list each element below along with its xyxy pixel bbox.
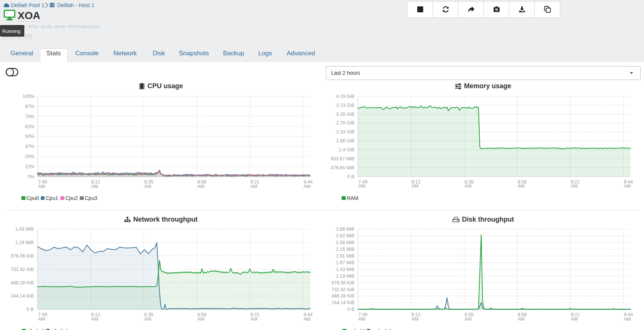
- svg-text:0 B: 0 B: [347, 307, 354, 312]
- svg-text:488.28 KiB: 488.28 KiB: [11, 280, 34, 286]
- svg-text:AM: AM: [464, 183, 471, 189]
- svg-text:1.43 MiB: 1.43 MiB: [15, 226, 34, 232]
- svg-text:AM: AM: [624, 317, 631, 322]
- svg-text:AM: AM: [518, 317, 525, 322]
- svg-text:1.19 MiB: 1.19 MiB: [15, 240, 34, 245]
- svg-text:732.42 KiB: 732.42 KiB: [11, 267, 34, 272]
- svg-text:2.86 MiB: 2.86 MiB: [336, 226, 354, 232]
- svg-text:AM: AM: [250, 317, 257, 322]
- svg-text:AM: AM: [358, 183, 366, 189]
- svg-text:0%: 0%: [28, 174, 34, 179]
- svg-text:AM: AM: [358, 317, 366, 322]
- svg-text:75%: 75%: [25, 114, 34, 119]
- svg-text:37%: 37%: [25, 144, 34, 149]
- svg-text:12%: 12%: [25, 164, 34, 169]
- svg-text:AM: AM: [250, 184, 257, 189]
- svg-text:AM: AM: [303, 317, 311, 322]
- svg-text:100%: 100%: [22, 94, 34, 99]
- svg-text:62%: 62%: [25, 124, 34, 129]
- svg-text:87%: 87%: [25, 104, 34, 109]
- svg-text:976.56 KiB: 976.56 KiB: [11, 253, 34, 259]
- svg-text:25%: 25%: [25, 154, 34, 159]
- svg-text:3.26 GiB: 3.26 GiB: [336, 112, 354, 117]
- svg-text:AM: AM: [411, 183, 418, 189]
- svg-text:AM: AM: [197, 184, 204, 189]
- svg-text:2.62 MiB: 2.62 MiB: [336, 233, 354, 238]
- svg-text:50%: 50%: [25, 134, 34, 139]
- svg-text:1.19 MiB: 1.19 MiB: [336, 274, 354, 279]
- svg-text:AM: AM: [411, 317, 418, 322]
- svg-text:1.4 GiB: 1.4 GiB: [339, 147, 354, 152]
- svg-text:244.14 KiB: 244.14 KiB: [332, 300, 354, 305]
- svg-text:AM: AM: [144, 317, 151, 322]
- svg-text:1.91 MiB: 1.91 MiB: [336, 253, 354, 259]
- svg-text:AM: AM: [624, 183, 631, 189]
- svg-text:1.86 GiB: 1.86 GiB: [336, 138, 354, 144]
- svg-text:0 B: 0 B: [347, 174, 354, 179]
- svg-text:732.42 KiB: 732.42 KiB: [332, 287, 354, 292]
- svg-text:1.43 MiB: 1.43 MiB: [336, 267, 354, 272]
- svg-text:AM: AM: [518, 183, 525, 189]
- svg-text:4.19 GiB: 4.19 GiB: [336, 94, 354, 99]
- svg-text:AM: AM: [571, 317, 578, 322]
- svg-text:AM: AM: [464, 317, 471, 322]
- svg-text:2.79 GiB: 2.79 GiB: [336, 120, 354, 126]
- svg-text:0 B: 0 B: [27, 307, 34, 312]
- svg-text:AM: AM: [571, 183, 578, 189]
- svg-text:2.38 MiB: 2.38 MiB: [336, 240, 354, 245]
- svg-text:AM: AM: [197, 317, 204, 322]
- svg-text:2.33 GiB: 2.33 GiB: [336, 129, 354, 135]
- svg-text:AM: AM: [303, 184, 311, 189]
- svg-text:953.67 MiB: 953.67 MiB: [331, 156, 354, 161]
- svg-text:3.73 GiB: 3.73 GiB: [336, 103, 354, 108]
- svg-text:976.56 KiB: 976.56 KiB: [332, 280, 354, 286]
- svg-text:AM: AM: [38, 184, 45, 189]
- svg-text:244.14 KiB: 244.14 KiB: [11, 293, 34, 299]
- svg-text:AM: AM: [144, 184, 151, 189]
- svg-text:1.67 MiB: 1.67 MiB: [336, 260, 354, 265]
- svg-text:AM: AM: [91, 184, 98, 189]
- svg-text:AM: AM: [38, 317, 45, 322]
- svg-text:488.28 KiB: 488.28 KiB: [332, 293, 354, 299]
- svg-text:476.84 MiB: 476.84 MiB: [331, 165, 354, 170]
- svg-text:2.15 MiB: 2.15 MiB: [336, 247, 354, 252]
- svg-text:AM: AM: [91, 317, 98, 322]
